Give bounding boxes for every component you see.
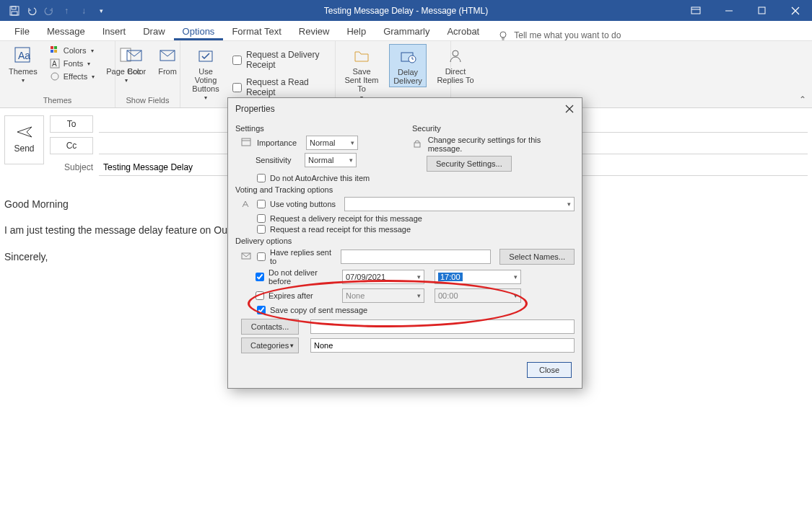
- save-sent-button[interactable]: Save Sent Item To▾: [341, 44, 382, 102]
- use-voting-button[interactable]: Use Voting Buttons▾: [186, 44, 225, 102]
- direct-replies-button[interactable]: Direct Replies To: [434, 44, 477, 86]
- qat-customize-icon[interactable]: ▾: [95, 5, 107, 17]
- delivery-heading: Delivery options: [235, 237, 575, 245]
- dialog-close-button[interactable]: [562, 101, 577, 117]
- effects-icon: [49, 71, 61, 82]
- save-icon[interactable]: [9, 5, 20, 17]
- from-button[interactable]: From: [154, 44, 180, 77]
- close-button[interactable]: Close: [527, 362, 572, 378]
- window-controls: [679, 0, 812, 21]
- send-button[interactable]: Send: [4, 115, 44, 164]
- title-bar: ↑ ↓ ▾ Testing Message Delay - Message (H…: [0, 0, 812, 21]
- save-copy-checkbox[interactable]: Save copy of sent message: [257, 306, 575, 314]
- security-text: Change security settings for this messag…: [428, 136, 575, 153]
- tab-draw[interactable]: Draw: [134, 22, 173, 40]
- svg-point-20: [51, 73, 58, 80]
- settings-icon: [241, 137, 253, 149]
- delivery-receipt-checkbox[interactable]: Request a Delivery Receipt: [232, 48, 329, 71]
- send-icon: [17, 126, 32, 138]
- tab-review[interactable]: Review: [290, 22, 339, 40]
- voting-section-icon: [241, 198, 253, 210]
- ribbon-group-show-fields: Bcc From Show Fields: [115, 41, 180, 107]
- svg-rect-15: [54, 46, 57, 49]
- request-read-checkbox[interactable]: Request a read receipt for this message: [257, 225, 575, 234]
- tell-me[interactable]: Tell me what you want to do: [498, 30, 621, 40]
- group-label-themes: Themes: [6, 96, 109, 106]
- svg-rect-34: [414, 143, 420, 147]
- delay-icon: [398, 46, 418, 66]
- use-voting-checkbox[interactable]: Use voting buttons: [257, 200, 336, 208]
- voting-icon: [196, 45, 216, 66]
- ribbon-display-icon[interactable]: [679, 0, 712, 21]
- bcc-button[interactable]: Bcc: [121, 44, 147, 77]
- svg-rect-1: [12, 6, 16, 9]
- colors-button[interactable]: Colors▾: [48, 44, 96, 57]
- tab-grammarly[interactable]: Grammarly: [375, 22, 438, 40]
- deliver-date-select[interactable]: 07/09/2021▾: [342, 270, 424, 284]
- delay-delivery-button[interactable]: Delay Delivery: [389, 44, 427, 87]
- expires-after-checkbox[interactable]: Expires after: [256, 291, 338, 300]
- tab-options[interactable]: Options: [174, 22, 224, 40]
- redo-icon: [43, 5, 55, 17]
- svg-point-9: [500, 32, 506, 37]
- replies-to-field[interactable]: [341, 250, 491, 264]
- effects-button[interactable]: Effects▾: [48, 70, 96, 83]
- ribbon-group-themes: Aa Themes ▾ Colors▾ AFonts▾ Effects▾ Pag…: [0, 41, 115, 107]
- security-settings-button[interactable]: Security Settings...: [427, 156, 512, 172]
- bcc-icon: [124, 45, 144, 66]
- categories-button[interactable]: Categories▼: [241, 337, 299, 353]
- svg-point-29: [453, 50, 458, 56]
- have-replies-checkbox[interactable]: Have replies sent to: [257, 248, 336, 265]
- colors-icon: [49, 45, 61, 56]
- expires-time-select[interactable]: 00:00▾: [435, 288, 521, 303]
- minimize-icon[interactable]: [712, 0, 746, 21]
- sensitivity-select[interactable]: Normal▾: [305, 153, 357, 167]
- fonts-button[interactable]: AFonts▾: [48, 57, 96, 70]
- collapse-ribbon-icon[interactable]: ⌃: [799, 94, 806, 105]
- svg-text:A: A: [52, 60, 57, 68]
- themes-button[interactable]: Aa Themes ▾: [6, 44, 40, 85]
- request-delivery-checkbox[interactable]: Request a delivery receipt for this mess…: [257, 214, 575, 223]
- undo-icon[interactable]: [26, 5, 38, 17]
- contacts-field[interactable]: [310, 319, 575, 334]
- voting-buttons-select[interactable]: ▾: [344, 197, 575, 211]
- lightbulb-icon: [498, 30, 508, 40]
- to-button[interactable]: To: [50, 115, 93, 133]
- security-section: Security Change security settings for th…: [412, 121, 575, 172]
- maximize-icon[interactable]: [746, 0, 779, 21]
- down-icon: ↓: [78, 5, 90, 17]
- svg-rect-16: [51, 50, 53, 53]
- tab-format-text[interactable]: Format Text: [223, 22, 289, 40]
- fonts-icon: A: [49, 58, 61, 69]
- cc-button[interactable]: Cc: [50, 137, 93, 154]
- tab-file[interactable]: File: [6, 22, 38, 40]
- expires-date-select[interactable]: None▾: [342, 288, 424, 303]
- svg-rect-14: [51, 46, 53, 49]
- read-receipt-checkbox[interactable]: Request a Read Receipt: [232, 76, 329, 99]
- tab-help[interactable]: Help: [338, 22, 375, 40]
- folder-icon: [352, 45, 372, 66]
- importance-label: Importance: [257, 138, 302, 147]
- tab-message[interactable]: Message: [38, 22, 94, 40]
- security-heading: Security: [412, 124, 575, 133]
- svg-rect-6: [759, 7, 765, 14]
- close-icon[interactable]: [779, 0, 812, 21]
- settings-heading: Settings: [235, 124, 398, 133]
- tell-me-text: Tell me what you want to do: [514, 30, 621, 40]
- contacts-button[interactable]: Contacts...: [241, 319, 299, 335]
- tab-insert[interactable]: Insert: [94, 22, 135, 40]
- svg-rect-2: [12, 12, 17, 15]
- deliver-time-select[interactable]: 17:00▾: [435, 270, 521, 284]
- dialog-title-bar: Properties: [228, 98, 582, 120]
- settings-section: Settings Importance Normal▾ Sensitivity …: [235, 121, 398, 172]
- select-names-button[interactable]: Select Names...: [499, 249, 575, 265]
- tab-acrobat[interactable]: Acrobat: [438, 22, 488, 40]
- window-title: Testing Message Delay - Message (HTML): [324, 6, 488, 16]
- categories-field[interactable]: [310, 338, 575, 353]
- do-not-deliver-checkbox[interactable]: Do not deliver before: [256, 268, 338, 286]
- svg-rect-17: [54, 50, 57, 53]
- properties-dialog: Properties Settings Importance Normal▾ S…: [227, 97, 582, 389]
- importance-select[interactable]: Normal▾: [306, 136, 358, 150]
- autoarchive-checkbox[interactable]: Do not AutoArchive this item: [257, 174, 575, 182]
- chevron-down-icon: ▾: [22, 77, 25, 84]
